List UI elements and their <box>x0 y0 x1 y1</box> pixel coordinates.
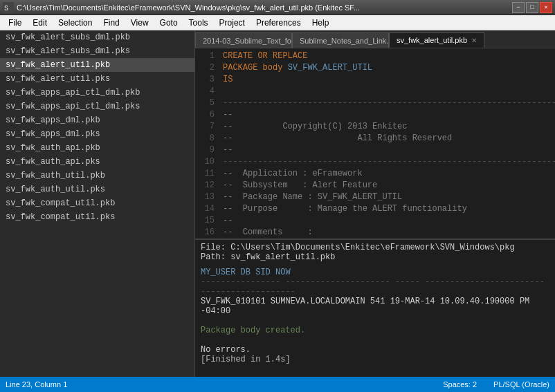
status-bar: Line 23, Column 1 Spaces: 2 PL/SQL (Orac… <box>0 377 555 392</box>
line-content: PACKAGE body SV_FWK_ALERT_UTIL <box>220 63 555 73</box>
line-number: 15 <box>195 216 220 225</box>
code-line: 5---------------------------------------… <box>195 98 555 110</box>
menu-tools[interactable]: Tools <box>183 15 214 30</box>
maximize-button[interactable]: □ <box>526 2 538 13</box>
table-dashes: ---------------- --------------------- -… <box>201 277 549 297</box>
output-messages: Package body created. No errors.[Finishe… <box>201 316 549 364</box>
sidebar-item-13[interactable]: sv_fwk_compat_util.pks <box>0 210 194 224</box>
menu-goto[interactable]: Goto <box>154 15 183 30</box>
sidebar-item-11[interactable]: sv_fwk_auth_util.pks <box>0 183 194 196</box>
output-table: MY_USER DB SID NOW ---------------- ----… <box>201 268 549 316</box>
line-number: 13 <box>195 192 220 202</box>
line-number: 3 <box>195 75 220 84</box>
app-icon: S <box>3 2 14 13</box>
code-line: 6-- <box>195 110 555 122</box>
svg-text:S: S <box>4 5 8 12</box>
menu-help[interactable]: Help <box>307 15 335 30</box>
code-line: 3IS <box>195 75 555 86</box>
line-number: 1 <box>195 51 220 61</box>
line-content: CREATE OR REPLACE <box>220 51 555 61</box>
line-content: ----------------------------------------… <box>220 157 555 167</box>
title-bar: S C:\Users\Tim\Documents\Enkitec\eFramew… <box>0 0 555 15</box>
code-line: 13-- Package Name : SV_FWK_ALERT_UTIL <box>195 192 555 204</box>
sidebar-item-8[interactable]: sv_fwk_auth_api.pkb <box>0 141 194 155</box>
sidebar-item-5[interactable]: sv_fwk_apps_api_ctl_dml.pks <box>0 100 194 113</box>
output-line: [Finished in 1.4s] <box>201 355 549 364</box>
minimize-button[interactable]: − <box>512 2 525 13</box>
output-line <box>201 316 549 326</box>
code-line: 7-- Copyright(C) 2013 Enkitec <box>195 122 555 133</box>
output-line <box>201 335 549 345</box>
tab-bar: 2014-03_Sublime_Text_fo... ✕ Sublime_Not… <box>195 30 555 48</box>
line-content: -- Purpose : Manage the ALERT functional… <box>220 204 555 214</box>
line-content: -- All Rights Reserved <box>220 133 555 143</box>
line-number: 5 <box>195 98 220 108</box>
menu-preferences[interactable]: Preferences <box>251 15 307 30</box>
code-line: 2PACKAGE body SV_FWK_ALERT_UTIL <box>195 63 555 75</box>
line-content: -- <box>220 216 555 225</box>
code-line: 11-- Application : eFramework <box>195 169 555 180</box>
file-sidebar: sv_fwk_alert_subs_dml.pkb sv_fwk_alert_s… <box>0 30 195 377</box>
sidebar-item-7[interactable]: sv_fwk_apps_dml.pks <box>0 127 194 141</box>
menu-project[interactable]: Project <box>214 15 251 30</box>
code-line: 9-- <box>195 145 555 157</box>
line-number: 6 <box>195 110 220 120</box>
code-line: 15-- <box>195 216 555 227</box>
sidebar-item-2[interactable]: sv_fwk_alert_util.pkb <box>0 58 194 72</box>
tab-0[interactable]: 2014-03_Sublime_Text_fo... ✕ <box>195 32 292 48</box>
window-title: C:\Users\Tim\Documents\Enkitec\eFramewor… <box>17 3 360 12</box>
tab-2[interactable]: sv_fwk_alert_util.pkb ✕ <box>389 32 484 48</box>
sidebar-item-6[interactable]: sv_fwk_apps_dml.pkb <box>0 113 194 127</box>
code-line: 8-- All Rights Reserved <box>195 133 555 145</box>
menu-bar: File Edit Selection Find View Goto Tools… <box>0 15 555 30</box>
line-content: -- Application : eFramework <box>220 169 555 178</box>
line-content: -- <box>220 145 555 155</box>
menu-find[interactable]: Find <box>98 15 125 30</box>
line-number: 11 <box>195 169 220 178</box>
output-line: Package body created. <box>201 326 549 335</box>
code-line: 16-- Comments : <box>195 227 555 239</box>
line-number: 16 <box>195 227 220 237</box>
menu-view[interactable]: View <box>125 15 154 30</box>
line-number: 12 <box>195 180 220 190</box>
line-number: 2 <box>195 63 220 73</box>
sidebar-item-3[interactable]: sv_fwk_alert_util.pks <box>0 72 194 86</box>
file-path: File: C:\Users\Tim\Documents\Enkitec\eFr… <box>201 243 549 262</box>
line-content: IS <box>220 75 555 84</box>
sidebar-item-4[interactable]: sv_fwk_apps_api_ctl_dml.pkb <box>0 86 194 100</box>
line-number: 4 <box>195 86 220 96</box>
code-line: 14-- Purpose : Manage the ALERT function… <box>195 204 555 216</box>
table-header: MY_USER DB SID NOW <box>201 268 549 277</box>
menu-edit[interactable]: Edit <box>27 15 53 30</box>
tab-close-2[interactable]: ✕ <box>471 37 477 44</box>
line-content: -- Comments : <box>220 227 555 237</box>
code-line: 12-- Subsystem : Alert Feature <box>195 180 555 192</box>
language-indicator: PL/SQL (Oracle) <box>493 380 549 389</box>
code-editor[interactable]: 1CREATE OR REPLACE2PACKAGE body SV_FWK_A… <box>195 48 555 239</box>
line-number: 7 <box>195 122 220 131</box>
window-controls: − □ ✕ <box>512 2 552 13</box>
sidebar-item-10[interactable]: sv_fwk_auth_util.pkb <box>0 169 194 183</box>
line-content: -- <box>220 110 555 120</box>
output-panel: File: C:\Users\Tim\Documents\Enkitec\eFr… <box>195 239 555 377</box>
line-number: 8 <box>195 133 220 143</box>
sidebar-item-1[interactable]: sv_fwk_alert_subs_dml.pks <box>0 44 194 58</box>
sidebar-item-0[interactable]: sv_fwk_alert_subs_dml.pkb <box>0 30 194 44</box>
sidebar-item-9[interactable]: sv_fwk_auth_api.pks <box>0 155 194 169</box>
spaces-indicator: Spaces: 2 <box>443 380 477 389</box>
menu-selection[interactable]: Selection <box>53 15 98 30</box>
code-line: 1CREATE OR REPLACE <box>195 51 555 63</box>
line-content: -- Subsystem : Alert Feature <box>220 180 555 190</box>
tab-1[interactable]: Sublime_Notes_and_Link... ✕ <box>292 32 389 48</box>
menu-file[interactable]: File <box>3 15 27 30</box>
line-number: 14 <box>195 204 220 214</box>
line-number: 9 <box>195 145 220 155</box>
line-content: ----------------------------------------… <box>220 98 555 108</box>
table-row: SV_FWK_010101 SUMNEVA.LOCALDOMAIN 541 19… <box>201 297 549 316</box>
output-line: No errors. <box>201 345 549 355</box>
line-number: 10 <box>195 157 220 167</box>
code-line: 10--------------------------------------… <box>195 157 555 169</box>
cursor-position: Line 23, Column 1 <box>6 380 67 389</box>
close-button[interactable]: ✕ <box>540 2 552 13</box>
sidebar-item-12[interactable]: sv_fwk_compat_util.pkb <box>0 196 194 210</box>
